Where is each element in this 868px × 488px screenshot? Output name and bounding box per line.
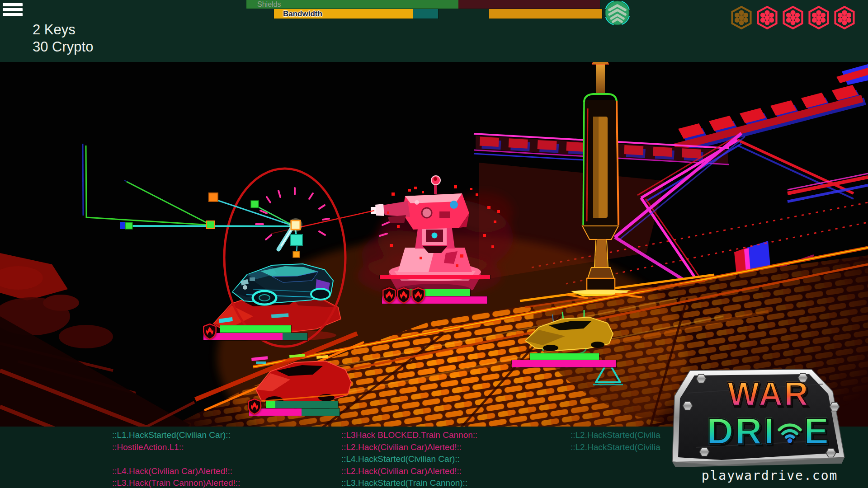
- bandwidth-reserved-segment: [413, 9, 438, 19]
- wifi-v-icon: [777, 418, 803, 444]
- log-line: ::L2.Hack(Civilian Car)Alerted!::: [341, 441, 477, 454]
- threat-pip-row: [731, 6, 855, 29]
- log-line: ::L3Hack BLOCKED.Train Cannon::: [341, 429, 477, 441]
- flame-shield-icon: [382, 287, 396, 304]
- log-line: ::L1.HackStarted(Civilian Car)::: [112, 429, 240, 441]
- hamburger-menu-icon: [3, 3, 24, 16]
- flame-shield-icon: [203, 324, 217, 340]
- hacked-car-health-bar: [220, 325, 291, 333]
- hack-log-column-2: ::L3Hack BLOCKED.Train Cannon::::L2.Hack…: [341, 429, 477, 488]
- logo-title-drive: DRI E: [677, 411, 860, 451]
- target-car-hack-bar: [512, 360, 616, 367]
- crypto-count: 30 Crypto: [33, 38, 93, 56]
- hack-log-column-1: ::L1.HackStarted(Civilian Car)::::Hostil…: [112, 429, 240, 488]
- keys-count: 2 Keys: [33, 21, 93, 38]
- threat-pip-active: [808, 6, 829, 29]
- log-line: ::L3.Hack(Train Cannon)Alerted!::: [112, 477, 240, 488]
- wardrive-logo: WAR DRI E playwardrive.com: [669, 366, 868, 488]
- shields-bar: Shields: [246, 0, 600, 9]
- log-line: ::HostileAction.L1::: [112, 441, 240, 454]
- log-line: [112, 453, 240, 465]
- flame-shield-icon: [397, 287, 410, 304]
- menu-button[interactable]: [3, 3, 24, 18]
- hacked-car-shield-pips: [203, 324, 217, 340]
- log-line: ::L4.Hack(Civilian Car)Alerted!::: [112, 465, 240, 478]
- civilian-car-health-bar: [266, 401, 338, 408]
- log-line: ::L3.HackStarted(Train Cannon)::: [341, 477, 477, 488]
- logo-url[interactable]: playwardrive.com: [669, 468, 868, 483]
- threat-pip-active: [757, 6, 778, 29]
- boost-badge[interactable]: [604, 0, 630, 26]
- shields-bar-label: Shields: [257, 0, 281, 9]
- flame-shield-icon: [411, 287, 425, 304]
- power-bar: Power: [480, 9, 602, 19]
- cannon-shield-pips: [382, 287, 425, 304]
- civilian-car-shield-pips: [248, 399, 261, 415]
- cannon-alert-bar: [380, 275, 490, 279]
- logo-title-war: WAR: [683, 376, 854, 412]
- chevron-up-badge-icon: [604, 0, 630, 26]
- hacked-car-hack-bar: [203, 333, 307, 340]
- log-line: ::L2.Hack(Civilian Car)Alerted!::: [341, 465, 477, 478]
- log-line: ::L2.HackStarted(Civilia: [571, 441, 677, 454]
- hack-log-column-3: ::L2.HackStarted(Civilia::L2.HackStarted…: [571, 429, 677, 453]
- game-screen: 2 Keys 30 Crypto Shields Bandwidth Power: [0, 0, 868, 488]
- civilian-car-hack-bar: [249, 408, 340, 416]
- bandwidth-bar: Bandwidth: [274, 9, 438, 19]
- flame-shield-icon: [248, 399, 261, 415]
- log-line: ::L4.HackStarted(Civilian Car)::: [341, 453, 477, 465]
- threat-pip-dim: [731, 6, 752, 29]
- threat-pip-active: [783, 6, 803, 29]
- bandwidth-bar-label: Bandwidth: [283, 9, 322, 19]
- target-car-health-bar: [530, 353, 599, 360]
- threat-pip-active: [834, 6, 855, 29]
- resource-counters: 2 Keys 30 Crypto: [33, 21, 93, 56]
- log-line: ::L2.HackStarted(Civilia: [571, 429, 677, 441]
